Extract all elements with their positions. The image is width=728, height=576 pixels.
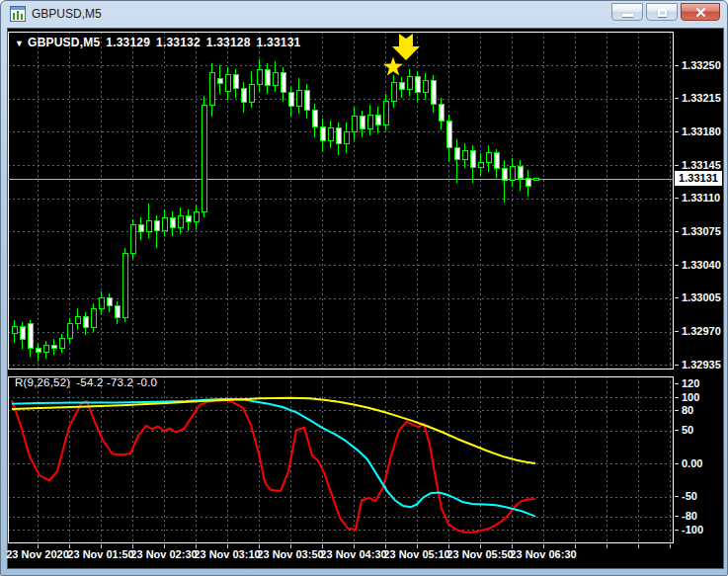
minimize-icon xyxy=(622,14,633,17)
candle xyxy=(352,117,357,131)
axis-label: 0.00 xyxy=(675,457,723,470)
axis-label: 100 xyxy=(675,391,723,404)
candle xyxy=(178,215,183,228)
close-button[interactable] xyxy=(681,3,720,21)
time-tick xyxy=(638,544,639,548)
time-axis-label: 23 Nov 03:10 xyxy=(194,548,260,560)
current-price-box: 1.33131 xyxy=(675,171,722,186)
minimize-button[interactable] xyxy=(611,3,643,21)
header-open: 1.33129 xyxy=(106,36,150,49)
indicator-line-fast-9 xyxy=(12,400,535,532)
candle xyxy=(304,90,309,110)
candle xyxy=(423,80,428,93)
candle xyxy=(186,215,191,222)
candle xyxy=(494,153,499,169)
candle xyxy=(241,88,246,102)
down-arrow-object[interactable] xyxy=(392,34,420,60)
candle xyxy=(367,115,372,128)
time-axis-label: 23 Nov 2020 xyxy=(6,548,69,560)
candle xyxy=(83,316,88,328)
time-axis-label: 23 Nov 02:30 xyxy=(130,548,197,560)
candle xyxy=(36,349,40,353)
chart-content: ▼GBPUSD,M51.331291.331321.331281.33131 R… xyxy=(7,28,724,569)
axis-label: 1.33005 xyxy=(675,291,723,304)
candle xyxy=(225,75,230,92)
candle xyxy=(502,169,507,181)
axis-label: 1.32970 xyxy=(675,325,723,338)
mt4-chart-window: GBPUSD,M5 ▼GBPUSD,M51.331291.331321.3312… xyxy=(0,0,728,576)
axis-label: -100 xyxy=(675,524,723,536)
candle xyxy=(360,117,364,129)
candle xyxy=(462,151,467,160)
candle xyxy=(336,128,341,144)
candle xyxy=(526,179,530,187)
candle xyxy=(217,78,222,83)
candle xyxy=(75,316,80,324)
indicator-values: -54.2 -73.2 -0.0 xyxy=(76,376,157,388)
candle xyxy=(446,122,451,148)
candle xyxy=(415,77,420,93)
candle xyxy=(138,225,143,232)
candle xyxy=(312,110,317,126)
price-axis[interactable]: 1.332501.332151.331801.331451.331101.330… xyxy=(675,29,723,373)
candle xyxy=(375,115,380,125)
maximize-button[interactable] xyxy=(646,3,678,21)
candle xyxy=(454,148,459,160)
axis-label: 120 xyxy=(675,377,723,390)
candle xyxy=(533,179,538,181)
axis-label: -80 xyxy=(675,510,723,523)
title-bar[interactable]: GBPUSD,M5 xyxy=(1,1,727,28)
candle xyxy=(439,104,444,121)
candle xyxy=(154,221,159,231)
candle xyxy=(194,211,199,222)
candle xyxy=(43,345,48,353)
axis-label: 1.33040 xyxy=(675,259,723,272)
candle xyxy=(28,324,33,349)
candle xyxy=(107,298,112,306)
candle xyxy=(281,73,285,93)
candle xyxy=(12,327,17,334)
axis-label: 1.33215 xyxy=(675,92,723,105)
candle xyxy=(518,166,523,179)
indicator-line-mid-26 xyxy=(12,399,535,517)
candle xyxy=(170,217,175,228)
candle xyxy=(273,73,278,86)
candle xyxy=(265,70,270,85)
indicator-header: R(9,26,52)-54.2 -73.2 -0.0 xyxy=(15,376,163,388)
time-axis-label: 23 Nov 01:50 xyxy=(67,548,133,560)
indicator-axis[interactable]: 12010080500.00-50-80-100 xyxy=(675,374,723,544)
candle xyxy=(209,73,214,106)
candle xyxy=(146,221,151,232)
candle xyxy=(67,324,72,338)
candle xyxy=(399,82,404,89)
candle xyxy=(51,345,56,349)
candle xyxy=(249,84,254,102)
time-axis-label: 23 Nov 05:10 xyxy=(383,548,449,560)
candle xyxy=(257,70,262,84)
candlestick-series xyxy=(12,59,538,362)
time-axis-label: 23 Nov 05:50 xyxy=(446,548,513,560)
time-axis-label: 23 Nov 03:50 xyxy=(257,548,323,560)
candle xyxy=(99,298,104,309)
candle xyxy=(431,80,436,104)
main-plot-frame xyxy=(9,33,674,370)
candlestick-chart[interactable] xyxy=(8,29,674,373)
candle xyxy=(233,75,238,88)
candle xyxy=(478,162,483,167)
indicator-pane[interactable] xyxy=(8,374,674,544)
chart-window-icon xyxy=(10,6,26,22)
time-axis[interactable]: 23 Nov 202023 Nov 01:5023 Nov 02:3023 No… xyxy=(8,544,723,568)
time-axis-label: 23 Nov 04:30 xyxy=(320,548,386,560)
candle xyxy=(344,131,349,144)
time-tick xyxy=(607,544,607,548)
header-low: 1.33128 xyxy=(206,36,251,49)
candle xyxy=(130,225,135,254)
candle xyxy=(162,217,167,230)
candle xyxy=(296,90,301,106)
candle xyxy=(510,166,515,180)
axis-label: 50 xyxy=(675,424,723,437)
symbol-marker-icon: ▼ xyxy=(15,39,24,48)
window-controls xyxy=(611,3,720,21)
candle xyxy=(202,105,206,211)
axis-label: 1.32935 xyxy=(675,359,723,371)
